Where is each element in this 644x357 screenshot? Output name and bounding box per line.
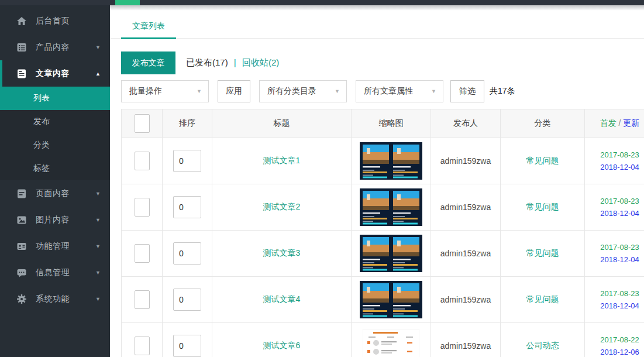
category-link[interactable]: 常见问题 <box>526 156 559 165</box>
main-content: 文章列表 发布文章 已发布(17) | 回收站(2) 批量操作 ▼ 应用 所有分… <box>110 5 644 357</box>
update-date: 2018-12-06 <box>585 346 644 357</box>
sidebar-item-label: 信息管理 <box>36 267 70 278</box>
header-category: 分类 <box>501 109 585 138</box>
table-row: 测试文章6 <box>122 323 644 357</box>
category-link[interactable]: 常见问题 <box>526 248 559 258</box>
header-updated[interactable]: 更新 <box>623 118 639 128</box>
image-icon <box>16 215 27 225</box>
article-title-link[interactable]: 测试文章1 <box>263 156 301 165</box>
sort-input[interactable] <box>173 335 201 357</box>
top-navbar <box>0 0 644 5</box>
sidebar-item-label: 图片内容 <box>36 215 70 225</box>
sidebar-item-info-management[interactable]: 信息管理 ▼ <box>0 259 110 286</box>
sidebar-item-page-content[interactable]: 页面内容 ▼ <box>0 180 110 207</box>
sidebar-subitem-list[interactable]: 列表 <box>0 87 110 110</box>
sort-input[interactable] <box>173 289 201 311</box>
category-link[interactable]: 常见问题 <box>526 294 559 304</box>
bulk-action-select[interactable]: 批量操作 ▼ <box>121 80 209 102</box>
first-publish-date: 2017-08-23 <box>585 287 644 300</box>
header-title: 标题 <box>212 109 352 138</box>
update-date: 2018-12-04 <box>585 300 644 312</box>
sidebar-item-article-content[interactable]: 文章内容 ▲ <box>0 60 110 87</box>
filter-button[interactable]: 筛选 <box>450 80 484 102</box>
select-all-checkbox[interactable] <box>135 114 150 133</box>
sort-input[interactable] <box>173 196 201 218</box>
product-icon <box>16 42 27 53</box>
row-checkbox[interactable] <box>135 290 150 309</box>
article-title-link[interactable]: 测试文章6 <box>263 341 301 350</box>
sort-input[interactable] <box>173 242 201 265</box>
tab-bar: 文章列表 <box>110 5 644 39</box>
sidebar-item-dashboard[interactable]: 后台首页 <box>0 8 110 34</box>
sub-item-label: 列表 <box>33 93 50 104</box>
table-header-row: 排序 标题 缩略图 发布人 分类 首发 / 更新 <box>122 109 644 138</box>
article-table: 排序 标题 缩略图 发布人 分类 首发 / 更新 测试文章1 <box>121 109 644 357</box>
home-icon <box>16 16 27 26</box>
sidebar-item-system-functions[interactable]: 系统功能 ▼ <box>0 286 110 312</box>
table-row: 测试文章1 admin159zwa 常见问题 <box>122 138 644 184</box>
chevron-down-icon: ▼ <box>95 270 101 276</box>
first-publish-date: 2017-08-23 <box>585 195 644 207</box>
article-thumbnail[interactable] <box>363 329 419 357</box>
header-first-publish[interactable]: 首发 <box>600 118 617 128</box>
published-filter[interactable]: 已发布(17) <box>186 57 228 67</box>
toolbar: 批量操作 ▼ 应用 所有分类目录 ▼ 所有文章属性 ▼ 筛选 共17条 <box>121 80 644 102</box>
article-icon <box>16 68 27 79</box>
article-title-link[interactable]: 测试文章4 <box>263 294 301 304</box>
sidebar-item-label: 页面内容 <box>36 188 70 199</box>
header-date-separator: / <box>617 118 624 128</box>
update-date: 2018-12-04 <box>585 207 644 219</box>
category-select[interactable]: 所有分类目录 ▼ <box>259 80 347 102</box>
publish-article-button[interactable]: 发布文章 <box>121 52 175 74</box>
row-checkbox[interactable] <box>135 244 150 263</box>
apply-button[interactable]: 应用 <box>218 80 250 102</box>
row-checkbox[interactable] <box>135 198 150 217</box>
sidebar-item-feature-management[interactable]: 功能管理 ▼ <box>0 233 110 259</box>
publisher-text: admin159zwa <box>440 202 491 212</box>
sidebar-subitem-tags[interactable]: 标签 <box>0 157 110 180</box>
update-date: 2018-12-04 <box>585 161 644 173</box>
first-publish-date: 2017-08-23 <box>585 241 644 253</box>
article-thumbnail[interactable] <box>360 235 422 272</box>
chevron-down-icon: ▼ <box>95 191 101 197</box>
sidebar-subitem-publish[interactable]: 发布 <box>0 110 110 133</box>
gear-icon <box>16 294 27 304</box>
top-navbar-active-tab[interactable] <box>115 0 140 5</box>
sidebar-item-label: 系统功能 <box>36 294 70 304</box>
article-title-link[interactable]: 测试文章2 <box>263 202 301 211</box>
category-link[interactable]: 常见问题 <box>526 202 559 211</box>
header-dates: 首发 / 更新 <box>585 109 644 138</box>
chevron-up-icon: ▲ <box>95 71 101 77</box>
row-checkbox[interactable] <box>135 337 150 355</box>
total-count-text: 共17条 <box>490 86 515 97</box>
table-row: 测试文章4 admin159zwa 常见问题 <box>122 277 644 323</box>
article-submenu: 列表 发布 分类 标签 <box>0 87 110 180</box>
sort-input[interactable] <box>173 150 201 172</box>
chevron-down-icon: ▼ <box>197 88 202 94</box>
category-select-value: 所有分类目录 <box>267 86 316 97</box>
article-thumbnail[interactable] <box>360 188 422 226</box>
tab-article-list[interactable]: 文章列表 <box>121 21 176 39</box>
sidebar-subitem-category[interactable]: 分类 <box>0 133 110 157</box>
update-date: 2018-12-04 <box>585 253 644 266</box>
actions-row: 发布文章 已发布(17) | 回收站(2) <box>121 52 644 74</box>
sidebar-item-product-content[interactable]: 产品内容 ▼ <box>0 34 110 60</box>
category-link[interactable]: 公司动态 <box>526 341 559 350</box>
sidebar-item-image-content[interactable]: 图片内容 ▼ <box>0 207 110 233</box>
active-indicator <box>0 60 2 87</box>
row-checkbox[interactable] <box>135 152 150 170</box>
publisher-text: admin159zwa <box>440 249 491 258</box>
publisher-text: admin159zwa <box>440 295 491 304</box>
sub-item-label: 标签 <box>33 163 50 174</box>
bulk-action-value: 批量操作 <box>129 86 162 97</box>
article-thumbnail[interactable] <box>360 142 422 180</box>
attribute-select-value: 所有文章属性 <box>364 86 413 97</box>
header-sort: 排序 <box>163 109 212 138</box>
chevron-down-icon: ▼ <box>95 243 101 249</box>
attribute-select[interactable]: 所有文章属性 ▼ <box>356 80 443 102</box>
article-thumbnail[interactable] <box>360 281 422 318</box>
page-icon <box>16 188 27 199</box>
recycle-bin-filter[interactable]: 回收站(2) <box>242 57 279 67</box>
sidebar-item-label: 功能管理 <box>36 241 70 252</box>
article-title-link[interactable]: 测试文章3 <box>263 248 301 258</box>
